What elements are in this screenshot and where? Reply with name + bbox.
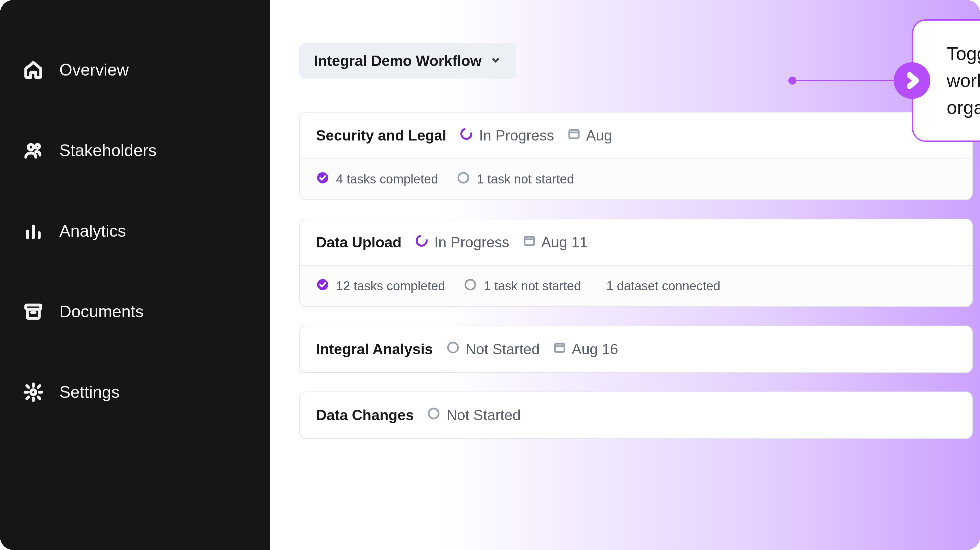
- svg-point-12: [448, 342, 458, 353]
- svg-point-1: [36, 144, 40, 149]
- status-icon: [460, 127, 473, 144]
- gear-icon: [23, 382, 43, 402]
- sidebar-item-analytics[interactable]: Analytics: [23, 221, 270, 241]
- status-text: Not Started: [466, 341, 540, 358]
- circle-icon: [464, 278, 477, 294]
- card-sub: 12 tasks completed1 task not started1 da…: [300, 265, 972, 306]
- connector-line: [796, 80, 895, 81]
- callout-annotation: Toggle between active workflows your org…: [788, 19, 980, 142]
- svg-rect-13: [555, 344, 564, 352]
- main-content: Integral Demo Workflow Toggle between ac…: [270, 0, 980, 550]
- card-status: Not Started: [446, 341, 540, 358]
- date-text: Aug 11: [541, 234, 588, 251]
- status-text: In Progress: [479, 127, 554, 144]
- card-status: In Progress: [460, 127, 554, 144]
- workflow-selector[interactable]: Integral Demo Workflow: [299, 43, 516, 79]
- chevron-down-icon: [490, 52, 502, 69]
- svg-rect-9: [525, 237, 534, 245]
- card-title: Data Changes: [316, 407, 414, 423]
- card-title: Security and Legal: [316, 127, 446, 144]
- card-title: Data Upload: [316, 234, 402, 251]
- sub-pill: 1 task not started: [464, 278, 581, 294]
- users-icon: [23, 141, 43, 160]
- sidebar-item-stakeholders[interactable]: Stakeholders: [23, 141, 270, 160]
- callout-connector: [788, 80, 895, 81]
- sub-pill: 4 tasks completed: [316, 171, 438, 187]
- card-sub: 4 tasks completed1 task not started: [300, 159, 972, 200]
- card-header: Data UploadIn ProgressAug 11: [300, 219, 972, 265]
- sidebar-item-label: Documents: [59, 302, 144, 321]
- card-date: Aug: [567, 127, 612, 144]
- svg-point-3: [31, 390, 36, 395]
- sub-pill-text: 1 task not started: [484, 279, 581, 293]
- card-header: Integral AnalysisNot StartedAug 16: [300, 326, 972, 372]
- status-icon: [446, 341, 460, 358]
- sub-pill: 1 dataset connected: [600, 279, 720, 293]
- status-icon: [427, 407, 440, 423]
- calendar-icon: [567, 127, 581, 144]
- check-circle-icon: [316, 278, 329, 294]
- svg-point-11: [465, 280, 475, 290]
- card-status: In Progress: [415, 234, 509, 251]
- sub-pill-text: 1 dataset connected: [606, 279, 720, 293]
- app-root: Overview Stakeholders Analytics Document…: [0, 0, 980, 550]
- svg-point-7: [458, 173, 468, 183]
- svg-rect-5: [570, 130, 579, 138]
- date-text: Aug: [586, 127, 612, 144]
- card-status: Not Started: [427, 407, 521, 423]
- sub-pill-text: 4 tasks completed: [336, 172, 438, 187]
- home-icon: [23, 60, 43, 80]
- date-text: Aug 16: [572, 341, 618, 358]
- archive-icon: [23, 302, 43, 322]
- status-text: In Progress: [434, 234, 509, 251]
- svg-point-0: [28, 144, 33, 150]
- svg-point-14: [429, 409, 439, 418]
- sidebar: Overview Stakeholders Analytics Document…: [0, 0, 270, 550]
- workflow-selector-label: Integral Demo Workflow: [314, 52, 482, 69]
- sub-pill-text: 12 tasks completed: [336, 279, 445, 293]
- status-icon: [415, 234, 428, 251]
- card-header: Data ChangesNot Started: [300, 392, 972, 438]
- connector-dot: [788, 76, 796, 84]
- status-text: Not Started: [446, 407, 521, 423]
- sidebar-item-label: Settings: [59, 382, 120, 402]
- workflow-card[interactable]: Data UploadIn ProgressAug 1112 tasks com…: [299, 219, 973, 307]
- calendar-icon: [523, 234, 536, 251]
- sidebar-item-documents[interactable]: Documents: [23, 302, 270, 322]
- card-date: Aug 16: [553, 341, 618, 358]
- sidebar-item-label: Analytics: [59, 221, 126, 241]
- bar-chart-icon: [23, 221, 43, 241]
- calendar-icon: [553, 341, 566, 358]
- sub-pill: 12 tasks completed: [316, 278, 445, 294]
- workflow-card[interactable]: Integral AnalysisNot StartedAug 16: [299, 326, 973, 373]
- check-circle-icon: [316, 171, 329, 187]
- sidebar-item-label: Overview: [59, 60, 129, 79]
- arrow-right-icon: [894, 62, 930, 99]
- sub-pill-text: 1 task not started: [477, 172, 574, 187]
- workflow-card[interactable]: Data ChangesNot Started: [299, 391, 973, 439]
- card-date: Aug 11: [523, 234, 588, 251]
- sidebar-item-settings[interactable]: Settings: [23, 382, 270, 402]
- sub-pill: 1 task not started: [457, 171, 574, 187]
- workflow-cards: Security and LegalIn ProgressAug4 tasks …: [299, 112, 973, 439]
- sidebar-item-overview[interactable]: Overview: [23, 60, 270, 80]
- circle-icon: [457, 171, 470, 187]
- card-title: Integral Analysis: [316, 341, 433, 358]
- sidebar-item-label: Stakeholders: [59, 141, 157, 160]
